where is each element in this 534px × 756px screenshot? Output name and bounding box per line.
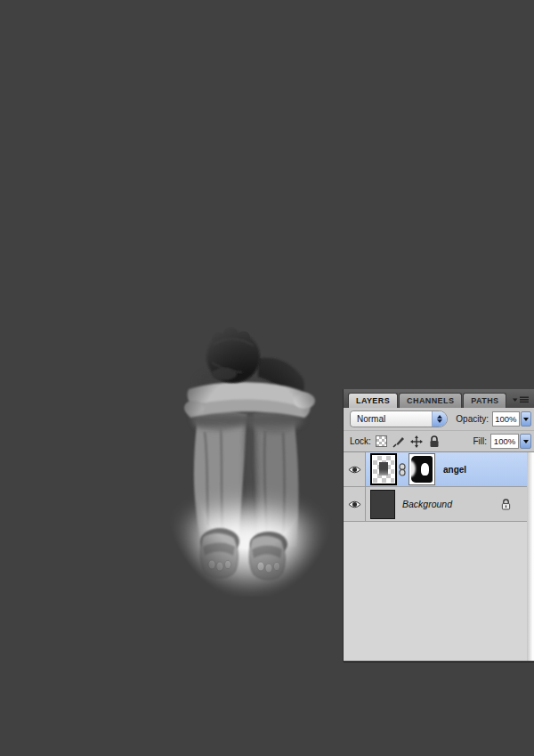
layer-thumbnail[interactable] <box>370 490 395 519</box>
layer-visibility-toggle[interactable] <box>344 487 366 521</box>
document-canvas[interactable] <box>169 325 334 597</box>
lock-all-button[interactable] <box>427 435 442 449</box>
opacity-field[interactable]: 100% <box>492 411 520 427</box>
lock-pixels-button[interactable] <box>392 435 407 449</box>
layer-row-background[interactable]: Background <box>344 487 534 522</box>
layer-name[interactable]: angel <box>443 465 466 475</box>
tab-layers[interactable]: LAYERS <box>348 393 398 408</box>
brush-icon <box>392 435 405 448</box>
panel-tab-bar: LAYERS CHANNELS PATHS <box>344 389 534 408</box>
transparency-checkerboard <box>373 456 394 483</box>
tab-paths[interactable]: PATHS <box>463 393 506 408</box>
move-icon <box>410 435 423 448</box>
mask-preview <box>411 456 433 483</box>
lock-position-button[interactable] <box>409 435 425 449</box>
layers-panel: LAYERS CHANNELS PATHS Normal <box>344 389 534 662</box>
blend-mode-stepper-icon <box>432 411 447 427</box>
lock-transparency-button[interactable] <box>374 435 389 449</box>
photoshop-workspace: LAYERS CHANNELS PATHS Normal <box>0 0 534 756</box>
fill-field[interactable]: 100% <box>490 434 519 449</box>
panel-menu-button[interactable] <box>513 390 530 408</box>
opacity-label: Opacity: <box>456 414 489 424</box>
scrollbar-track[interactable] <box>527 452 534 661</box>
layer-row-angel[interactable]: angel <box>344 452 534 487</box>
opacity-dropdown-button[interactable] <box>521 411 531 427</box>
lock-label: Lock: <box>350 436 371 446</box>
tab-channels[interactable]: CHANNELS <box>399 393 462 408</box>
panel-menu-icon <box>513 396 530 404</box>
eye-icon <box>348 500 361 509</box>
layer-name[interactable]: Background <box>402 499 452 509</box>
blend-mode-value: Normal <box>351 414 432 424</box>
fill-dropdown-button[interactable] <box>520 434 531 449</box>
layer-visibility-toggle[interactable] <box>344 452 366 486</box>
layer-thumbnail[interactable] <box>370 453 397 485</box>
thumbnail-figure <box>379 462 388 476</box>
layers-list: angel Background <box>344 452 534 661</box>
layer-mask-thumbnail[interactable] <box>409 453 435 485</box>
chain-link-icon <box>399 463 406 476</box>
chevron-down-icon <box>523 418 529 421</box>
chevron-down-icon <box>523 440 529 443</box>
sitting-man-photo <box>169 325 334 597</box>
fill-label: Fill: <box>473 436 487 446</box>
panel-controls: Normal Opacity: 100% Lock: <box>344 408 534 452</box>
padlock-icon <box>429 435 440 448</box>
transparency-checker-icon <box>376 435 387 447</box>
blend-mode-select[interactable]: Normal <box>350 411 448 427</box>
locked-badge-icon <box>501 499 511 510</box>
eye-icon <box>348 465 361 475</box>
